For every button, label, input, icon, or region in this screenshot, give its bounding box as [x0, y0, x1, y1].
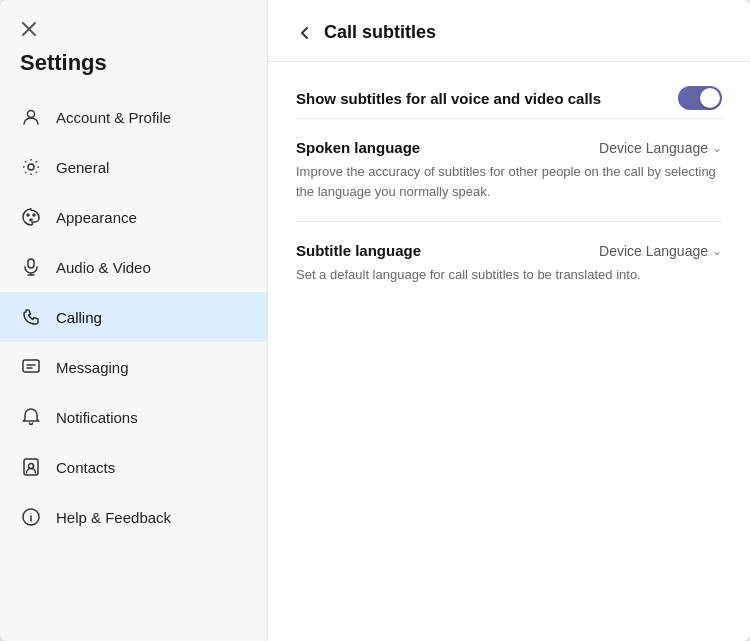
- back-button[interactable]: [296, 24, 314, 42]
- subtitle-language-label: Subtitle language: [296, 242, 421, 259]
- subtitle-toggle-label: Show subtitles for all voice and video c…: [296, 90, 601, 107]
- nav-list: Account & Profile General: [0, 92, 267, 641]
- chevron-down-icon: ⌄: [712, 141, 722, 155]
- spoken-language-label: Spoken language: [296, 139, 420, 156]
- chevron-down-icon-2: ⌄: [712, 244, 722, 258]
- settings-window: Settings Account & Profile: [0, 0, 750, 641]
- subtitle-toggle-row: Show subtitles for all voice and video c…: [296, 86, 722, 110]
- svg-point-5: [33, 214, 35, 216]
- sidebar: Settings Account & Profile: [0, 0, 268, 641]
- sidebar-item-messaging-label: Messaging: [56, 359, 129, 376]
- phone-icon: [20, 306, 42, 328]
- contacts-icon: [20, 456, 42, 478]
- person-icon: [20, 106, 42, 128]
- sidebar-item-account-label: Account & Profile: [56, 109, 171, 126]
- subtitle-language-row: Subtitle language Device Language ⌄: [296, 242, 722, 259]
- main-content-area: Call subtitles Show subtitles for all vo…: [268, 0, 750, 641]
- spoken-language-row: Spoken language Device Language ⌄: [296, 139, 722, 156]
- svg-point-3: [28, 164, 34, 170]
- divider-2: [296, 221, 722, 222]
- info-icon: [20, 506, 42, 528]
- sidebar-item-notifications[interactable]: Notifications: [0, 392, 267, 442]
- sidebar-item-audio-video[interactable]: Audio & Video: [0, 242, 267, 292]
- svg-point-13: [31, 513, 32, 514]
- sidebar-item-general[interactable]: General: [0, 142, 267, 192]
- spoken-language-value: Device Language: [599, 140, 708, 156]
- sidebar-item-messaging[interactable]: Messaging: [0, 342, 267, 392]
- sidebar-item-contacts[interactable]: Contacts: [0, 442, 267, 492]
- close-button[interactable]: [20, 20, 38, 38]
- sidebar-item-contacts-label: Contacts: [56, 459, 115, 476]
- svg-point-4: [27, 214, 29, 216]
- sidebar-item-help[interactable]: Help & Feedback: [0, 492, 267, 542]
- sidebar-item-appearance-label: Appearance: [56, 209, 137, 226]
- subtitle-toggle[interactable]: [678, 86, 722, 110]
- spoken-language-select[interactable]: Device Language ⌄: [599, 140, 722, 156]
- subtitle-language-value: Device Language: [599, 243, 708, 259]
- main-header: Call subtitles: [268, 0, 750, 62]
- toggle-knob: [700, 88, 720, 108]
- sidebar-item-general-label: General: [56, 159, 109, 176]
- message-icon: [20, 356, 42, 378]
- sidebar-title: Settings: [0, 46, 267, 92]
- svg-point-2: [28, 111, 35, 118]
- gear-icon: [20, 156, 42, 178]
- spoken-language-description: Improve the accuracy of subtitles for ot…: [296, 162, 722, 201]
- divider-1: [296, 118, 722, 119]
- sidebar-item-account[interactable]: Account & Profile: [0, 92, 267, 142]
- main-body: Show subtitles for all voice and video c…: [268, 62, 750, 329]
- sidebar-item-appearance[interactable]: Appearance: [0, 192, 267, 242]
- appearance-icon: [20, 206, 42, 228]
- page-title: Call subtitles: [324, 22, 436, 43]
- microphone-icon: [20, 256, 42, 278]
- bell-icon: [20, 406, 42, 428]
- sidebar-header: [0, 0, 267, 46]
- subtitle-language-select[interactable]: Device Language ⌄: [599, 243, 722, 259]
- svg-rect-7: [28, 259, 34, 268]
- sidebar-item-notifications-label: Notifications: [56, 409, 138, 426]
- sidebar-item-calling-label: Calling: [56, 309, 102, 326]
- subtitle-language-description: Set a default language for call subtitle…: [296, 265, 722, 285]
- svg-rect-8: [23, 360, 39, 372]
- sidebar-item-audio-video-label: Audio & Video: [56, 259, 151, 276]
- sidebar-item-help-label: Help & Feedback: [56, 509, 171, 526]
- svg-point-6: [30, 219, 32, 221]
- sidebar-item-calling[interactable]: Calling: [0, 292, 267, 342]
